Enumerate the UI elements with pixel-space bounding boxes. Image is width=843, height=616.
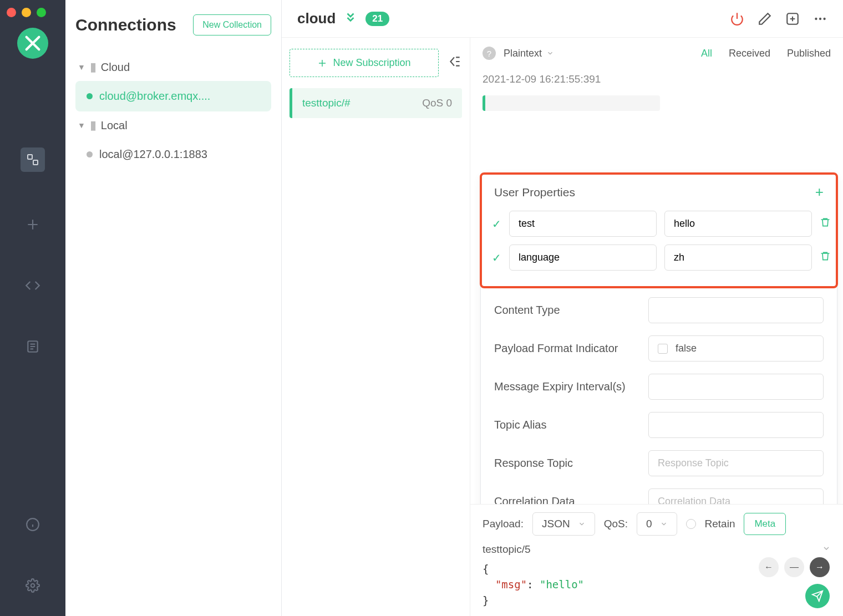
filter-published[interactable]: Published [787, 48, 831, 59]
user-properties-section: User Properties + ✓ ✓ [480, 172, 838, 288]
pfi-label: Payload Format Indicator [494, 342, 638, 355]
payload-format-value: JSON [542, 518, 570, 530]
disconnect-icon[interactable] [730, 12, 744, 26]
check-icon: ✓ [492, 217, 501, 231]
meta-panel: User Properties + ✓ ✓ [480, 173, 837, 554]
property-key-input[interactable] [509, 245, 657, 271]
user-property-row: ✓ [490, 211, 828, 237]
svg-point-8 [823, 17, 825, 19]
topic-alias-label: Topic Alias [494, 419, 638, 431]
tree-group-local[interactable]: ▼ ▮ Local [75, 111, 271, 139]
maximize-window-icon[interactable] [37, 8, 46, 17]
tree-group-label: Local [101, 119, 128, 132]
connection-label: cloud@broker.emqx.... [99, 90, 210, 103]
minimize-button[interactable]: — [784, 557, 804, 577]
svg-point-6 [815, 17, 817, 19]
help-icon[interactable]: ? [483, 47, 496, 60]
log-nav-icon[interactable] [24, 338, 41, 355]
compose-bar: Payload: JSON QoS: 0 Retain Meta [470, 504, 843, 617]
qos-label: QoS: [604, 518, 628, 530]
user-properties-title: User Properties [494, 186, 575, 199]
info-nav-icon[interactable] [24, 516, 41, 533]
meta-button[interactable]: Meta [744, 513, 786, 535]
subscription-qos: QoS 0 [422, 97, 452, 109]
qos-value: 0 [646, 518, 652, 530]
new-subscription-label: New Subscription [333, 57, 410, 69]
more-icon[interactable] [813, 12, 827, 26]
nav-rail [0, 0, 65, 616]
content-type-label: Content Type [494, 304, 638, 317]
next-button[interactable]: → [810, 557, 830, 577]
response-topic-label: Response Topic [494, 457, 638, 470]
property-key-input[interactable] [509, 211, 657, 237]
user-property-row: ✓ [490, 245, 828, 271]
tree-group-cloud[interactable]: ▼ ▮ Cloud [75, 53, 271, 81]
code-nav-icon[interactable] [24, 277, 41, 294]
collapse-subs-icon[interactable] [448, 54, 462, 72]
edit-icon[interactable] [758, 12, 772, 26]
tree-group-label: Cloud [101, 61, 130, 74]
message-bubble[interactable] [483, 95, 660, 111]
compose-topic[interactable]: testtopic/5 [483, 543, 531, 556]
new-window-icon[interactable] [785, 12, 800, 26]
connection-item-cloud[interactable]: cloud@broker.emqx.... [75, 81, 271, 111]
svg-rect-0 [28, 155, 32, 159]
check-icon: ✓ [492, 251, 501, 264]
payload-format-label: Plaintext [504, 48, 542, 59]
connections-panel: Connections New Collection ▼ ▮ Cloud clo… [65, 0, 282, 616]
send-button[interactable] [805, 584, 830, 608]
new-subscription-button[interactable]: New Subscription [290, 49, 439, 77]
window-controls [7, 8, 46, 17]
connection-label: local@127.0.0.1:1883 [99, 148, 207, 161]
status-dot-offline [87, 151, 93, 157]
folder-icon: ▮ [90, 60, 97, 74]
double-chevron-down-icon[interactable] [344, 11, 357, 27]
filter-all[interactable]: All [701, 48, 712, 59]
folder-icon: ▮ [90, 118, 97, 133]
mei-input[interactable] [648, 374, 824, 400]
connection-title: cloud [297, 10, 336, 27]
app-logo [17, 28, 48, 59]
add-property-button[interactable]: + [815, 184, 824, 201]
topbar: cloud 21 [282, 0, 843, 38]
connections-title: Connections [75, 16, 176, 34]
add-nav-icon[interactable] [24, 216, 41, 233]
status-dot-online [87, 93, 93, 99]
payload-format-select[interactable]: JSON [532, 512, 595, 536]
chevron-down-icon: ▼ [78, 63, 85, 72]
response-topic-input[interactable] [648, 450, 824, 476]
connection-item-local[interactable]: local@127.0.0.1:1883 [75, 139, 271, 170]
messages-column: ? Plaintext All Received Published 2021-… [470, 38, 843, 616]
filter-received[interactable]: Received [729, 48, 770, 59]
svg-point-4 [31, 584, 35, 588]
expand-icon[interactable] [822, 543, 831, 556]
pfi-checkbox[interactable] [658, 344, 668, 354]
property-value-input[interactable] [664, 211, 812, 237]
subscription-topic: testtopic/# [302, 97, 351, 109]
pfi-field[interactable]: false [648, 335, 824, 362]
subscriptions-column: New Subscription testtopic/# QoS 0 [282, 38, 470, 616]
svg-rect-1 [33, 160, 38, 165]
minimize-window-icon[interactable] [22, 8, 31, 17]
payload-label: Payload: [483, 518, 524, 530]
main-area: cloud 21 [282, 0, 843, 616]
close-window-icon[interactable] [7, 8, 16, 17]
connections-nav-icon[interactable] [21, 147, 45, 172]
message-count-badge: 21 [365, 12, 389, 26]
retain-radio[interactable] [686, 519, 696, 529]
delete-property-icon[interactable] [820, 217, 831, 231]
svg-point-7 [819, 17, 821, 19]
new-collection-button[interactable]: New Collection [193, 14, 271, 35]
payload-format-dropdown[interactable]: Plaintext [504, 48, 554, 59]
delete-property-icon[interactable] [820, 251, 831, 264]
qos-select[interactable]: 0 [637, 512, 677, 536]
content-type-input[interactable] [648, 297, 824, 323]
topic-alias-input[interactable] [648, 412, 824, 438]
chevron-down-icon: ▼ [78, 121, 85, 130]
property-value-input[interactable] [664, 245, 812, 271]
message-timestamp: 2021-12-09 16:21:55:391 [470, 69, 843, 90]
prev-button[interactable]: ← [759, 557, 779, 577]
subscription-chip[interactable]: testtopic/# QoS 0 [290, 88, 462, 118]
settings-nav-icon[interactable] [24, 577, 41, 594]
pfi-value: false [676, 343, 697, 354]
